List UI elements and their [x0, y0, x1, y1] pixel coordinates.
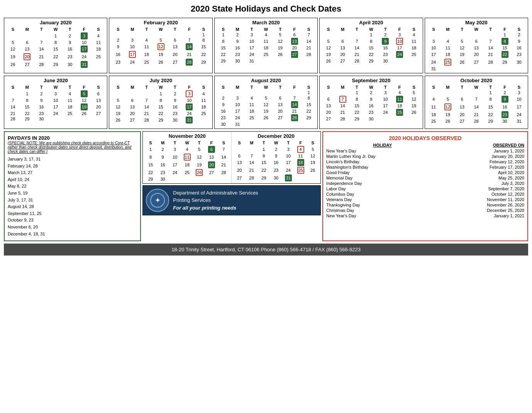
- cal-day: [193, 176, 205, 182]
- month-box: March 2020SMTWTFS12345678910111213141516…: [214, 18, 318, 73]
- cal-day: 16: [498, 103, 512, 111]
- cal-day: 27: [455, 118, 469, 124]
- cal-day: 20: [91, 103, 105, 111]
- cal-day: 2: [364, 90, 378, 95]
- cal-day: 21: [139, 111, 154, 116]
- cal-day: 13: [287, 37, 302, 45]
- cal-day: 6: [20, 40, 34, 45]
- cal-header: M: [125, 85, 139, 90]
- cal-header: T: [378, 27, 393, 32]
- cal-day: [441, 66, 455, 71]
- cal-day: 3: [378, 90, 393, 95]
- cal-day: 17: [378, 103, 393, 108]
- holiday-date: February 12, 2020: [439, 159, 524, 164]
- cal-day: 28: [218, 169, 230, 176]
- cal-day: 22: [364, 51, 378, 58]
- cal-day: 6: [469, 37, 483, 45]
- cal-header: S: [111, 85, 125, 90]
- cal-day: 1: [154, 90, 168, 98]
- cal-day: 16: [111, 51, 125, 58]
- cal-header: M: [125, 27, 139, 32]
- cal-day: 14: [182, 43, 197, 51]
- cal-header: M: [230, 27, 245, 32]
- cal-day: 26: [6, 61, 20, 68]
- cal-day: [6, 90, 20, 98]
- cal-day: [259, 58, 273, 64]
- month-box: May 2020SMTWTFS1234567891011121314151617…: [425, 18, 528, 73]
- cal-header: W: [364, 85, 378, 90]
- cal-table: SMTWTFS123456789101112131415161718192021…: [321, 27, 421, 64]
- cal-day: 10: [125, 43, 139, 51]
- holiday-row: Veterans DayNovember 11, 2020: [326, 197, 524, 202]
- cal-day: 5: [154, 37, 168, 43]
- cal-day: 3: [512, 90, 526, 95]
- printing-line2: Printing Services: [173, 196, 258, 204]
- cal-day: [427, 32, 441, 37]
- cal-day: 6: [321, 95, 335, 103]
- cal-day: 18: [407, 45, 421, 51]
- cal-day: [455, 90, 469, 95]
- cal-day: 3: [169, 146, 181, 153]
- month-title: May 2020: [427, 20, 526, 25]
- cal-day: 14: [302, 37, 316, 45]
- cal-day: 25: [91, 53, 105, 61]
- cal-day: 8: [216, 37, 230, 45]
- cal-day: 11: [91, 40, 105, 45]
- holiday-row: Memorial DayMay 25, 2020: [326, 175, 524, 181]
- cal-header: S: [302, 85, 316, 90]
- cal-day: 28: [302, 51, 316, 58]
- payday-entry: April 10, 24: [8, 176, 137, 183]
- cal-day: 24: [125, 58, 139, 66]
- cal-day: 17: [245, 45, 259, 51]
- month-title: February 2020: [111, 20, 210, 25]
- cal-day: 28: [246, 174, 258, 182]
- connecticut-seal-icon: ✦: [146, 189, 169, 212]
- holiday-name: Washington's Birthday: [326, 164, 439, 170]
- cal-day: 25: [197, 111, 211, 116]
- cal-day: 16: [364, 103, 378, 108]
- cal-day: 20: [287, 45, 302, 51]
- cal-header: M: [157, 140, 169, 146]
- cal-day: 23: [364, 108, 378, 116]
- cal-day: [230, 90, 245, 95]
- cal-day: 20: [273, 108, 287, 114]
- cal-header: T: [282, 140, 295, 146]
- cal-day: 23: [157, 169, 169, 176]
- month-title: July 2020: [111, 78, 210, 83]
- cal-day: [335, 32, 350, 37]
- cal-header: W: [469, 85, 483, 90]
- cal-day: 11: [295, 153, 307, 159]
- cal-day: 8: [498, 37, 512, 45]
- cal-day: [197, 116, 211, 124]
- cal-day: 26: [193, 169, 205, 176]
- cal-day: 4: [245, 95, 259, 101]
- cal-day: 20: [20, 53, 34, 61]
- cal-day: 1: [350, 90, 364, 95]
- cal-day: 16: [168, 103, 182, 111]
- cal-day: [139, 32, 154, 37]
- cal-day: 29: [498, 58, 512, 66]
- cal-header: T: [168, 27, 182, 32]
- cal-day: 9: [168, 98, 182, 103]
- cal-day: 1: [302, 90, 316, 95]
- cal-day: [427, 90, 441, 95]
- cal-day: [259, 90, 273, 95]
- cal-day: [218, 176, 230, 182]
- cal-day: 27: [20, 61, 34, 68]
- cal-day: [169, 176, 181, 182]
- cal-day: 16: [157, 161, 169, 169]
- cal-day: 19: [154, 51, 168, 58]
- cal-day: 4: [197, 90, 211, 98]
- month-title: August 2020: [216, 78, 316, 83]
- cal-day: 14: [335, 103, 350, 108]
- cal-day: 24: [378, 108, 393, 116]
- cal-day: 2: [378, 32, 393, 37]
- cal-day: 4: [91, 32, 105, 40]
- cal-day: 29: [364, 58, 378, 64]
- cal-day: 25: [63, 111, 77, 116]
- cal-day: 11: [245, 101, 259, 108]
- cal-header: T: [63, 85, 77, 90]
- cal-day: 16: [230, 45, 245, 51]
- cal-day: 8: [364, 37, 378, 45]
- holiday-name: Good Friday: [326, 170, 439, 175]
